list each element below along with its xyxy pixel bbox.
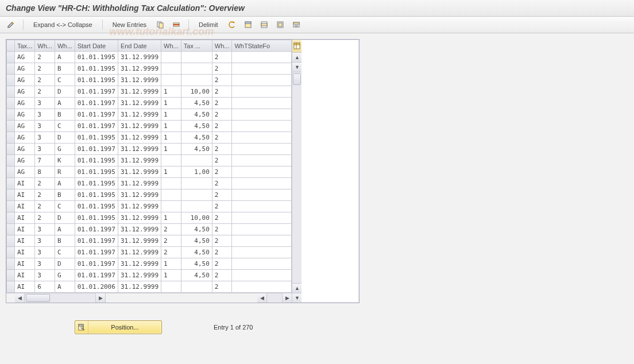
cell[interactable]: AI — [15, 258, 35, 270]
cell[interactable] — [232, 281, 292, 293]
position-button[interactable]: Position... — [75, 320, 162, 334]
cell[interactable]: D — [55, 86, 75, 98]
table-row[interactable]: AG2C01.01.199531.12.99992 — [7, 75, 292, 86]
cell[interactable]: AG — [15, 75, 35, 86]
cell[interactable] — [181, 63, 212, 75]
cell[interactable]: 2 — [212, 75, 232, 86]
cell[interactable] — [161, 201, 181, 212]
cell[interactable] — [232, 201, 292, 212]
cell[interactable]: A — [55, 52, 75, 63]
row-marker[interactable] — [7, 178, 15, 189]
vscroll-down-arrow[interactable]: ▲ — [292, 283, 301, 293]
cell[interactable]: 3 — [35, 98, 55, 109]
cell[interactable]: 31.12.9999 — [118, 86, 161, 98]
row-marker[interactable] — [7, 224, 15, 235]
cell[interactable]: 3 — [35, 247, 55, 258]
cell[interactable]: 2 — [35, 178, 55, 189]
cell[interactable]: B — [55, 235, 75, 247]
cell[interactable]: 31.12.9999 — [118, 75, 161, 86]
vscroll-up-arrow[interactable]: ▲ — [292, 53, 301, 63]
cell[interactable]: 2 — [35, 86, 55, 98]
cell[interactable]: C — [55, 201, 75, 212]
row-marker[interactable] — [7, 63, 15, 75]
cell[interactable]: 2 — [212, 258, 232, 270]
select-block-button[interactable] — [258, 19, 270, 30]
cell[interactable]: C — [55, 75, 75, 86]
cell[interactable] — [161, 155, 181, 166]
cell[interactable]: 2 — [212, 212, 232, 224]
table-row[interactable]: AG3D01.01.199531.12.999914,502 — [7, 132, 292, 144]
cell[interactable]: A — [55, 98, 75, 109]
cell[interactable]: 4,50 — [181, 224, 212, 235]
cell[interactable] — [232, 166, 292, 178]
cell[interactable]: 1 — [161, 98, 181, 109]
cell[interactable]: 2 — [35, 75, 55, 86]
cell[interactable] — [232, 132, 292, 144]
cell[interactable]: 2 — [212, 52, 232, 63]
row-marker[interactable] — [7, 132, 15, 144]
cell[interactable]: 2 — [212, 201, 232, 212]
delimit-button[interactable]: Delimit — [195, 18, 222, 31]
cell[interactable]: 31.12.9999 — [118, 52, 161, 63]
cell[interactable]: AG — [15, 63, 35, 75]
cell[interactable]: 1 — [161, 144, 181, 155]
vscroll-thumb[interactable] — [293, 73, 301, 85]
cell[interactable]: 31.12.9999 — [118, 121, 161, 132]
cell[interactable]: 01.01.1995 — [75, 75, 118, 86]
delete-button[interactable] — [170, 19, 183, 30]
cell[interactable]: 2 — [212, 235, 232, 247]
cell[interactable]: AG — [15, 52, 35, 63]
cell[interactable]: 2 — [212, 166, 232, 178]
cell[interactable]: 31.12.9999 — [118, 132, 161, 144]
cell[interactable]: 2 — [35, 63, 55, 75]
cell[interactable]: A — [55, 178, 75, 189]
cell[interactable] — [161, 178, 181, 189]
cell[interactable]: A — [55, 224, 75, 235]
table-row[interactable]: AI2C01.01.199531.12.99992 — [7, 201, 292, 212]
cell[interactable]: 3 — [35, 132, 55, 144]
cell[interactable]: G — [55, 270, 75, 281]
cell[interactable]: 2 — [212, 178, 232, 189]
cell[interactable]: 01.01.1997 — [75, 109, 118, 121]
cell[interactable]: 2 — [212, 132, 232, 144]
cell[interactable] — [181, 52, 212, 63]
column-header[interactable]: WhTStateFo — [232, 40, 292, 52]
cell[interactable]: 01.01.1995 — [75, 63, 118, 75]
table-row[interactable]: AG7K01.01.199531.12.99992 — [7, 155, 292, 166]
cell[interactable]: AG — [15, 132, 35, 144]
cell[interactable]: 01.01.1997 — [75, 98, 118, 109]
hscroll-thumb-1[interactable] — [26, 294, 50, 302]
cell[interactable]: 31.12.9999 — [118, 235, 161, 247]
cell[interactable]: 01.01.1995 — [75, 166, 118, 178]
cell[interactable] — [181, 189, 212, 201]
cell[interactable]: 2 — [212, 155, 232, 166]
cell[interactable]: 2 — [161, 224, 181, 235]
cell[interactable]: 4,50 — [181, 109, 212, 121]
table-row[interactable]: AG3G01.01.199731.12.999914,502 — [7, 144, 292, 155]
cell[interactable]: AI — [15, 212, 35, 224]
cell[interactable]: 2 — [161, 247, 181, 258]
cell[interactable]: 01.01.1995 — [75, 52, 118, 63]
cell[interactable]: AI — [15, 189, 35, 201]
cell[interactable]: 01.01.1997 — [75, 258, 118, 270]
cell[interactable]: 3 — [35, 270, 55, 281]
cell[interactable]: 01.01.1997 — [75, 224, 118, 235]
cell[interactable]: 01.01.1997 — [75, 247, 118, 258]
cell[interactable] — [232, 155, 292, 166]
cell[interactable] — [181, 178, 212, 189]
cell[interactable]: 31.12.9999 — [118, 281, 161, 293]
row-marker[interactable] — [7, 281, 15, 293]
cell[interactable]: AI — [15, 281, 35, 293]
deselect-all-button[interactable] — [274, 19, 287, 30]
cell[interactable]: 2 — [212, 109, 232, 121]
copy-button[interactable] — [154, 19, 167, 30]
cell[interactable]: 01.01.1995 — [75, 132, 118, 144]
cell[interactable]: D — [55, 212, 75, 224]
column-header[interactable]: Start Date — [75, 40, 118, 52]
cell[interactable]: 01.01.1995 — [75, 178, 118, 189]
row-marker[interactable] — [7, 98, 15, 109]
cell[interactable] — [232, 212, 292, 224]
cell[interactable]: 01.01.1997 — [75, 121, 118, 132]
cell[interactable]: AI — [15, 235, 35, 247]
cell[interactable]: 2 — [212, 189, 232, 201]
